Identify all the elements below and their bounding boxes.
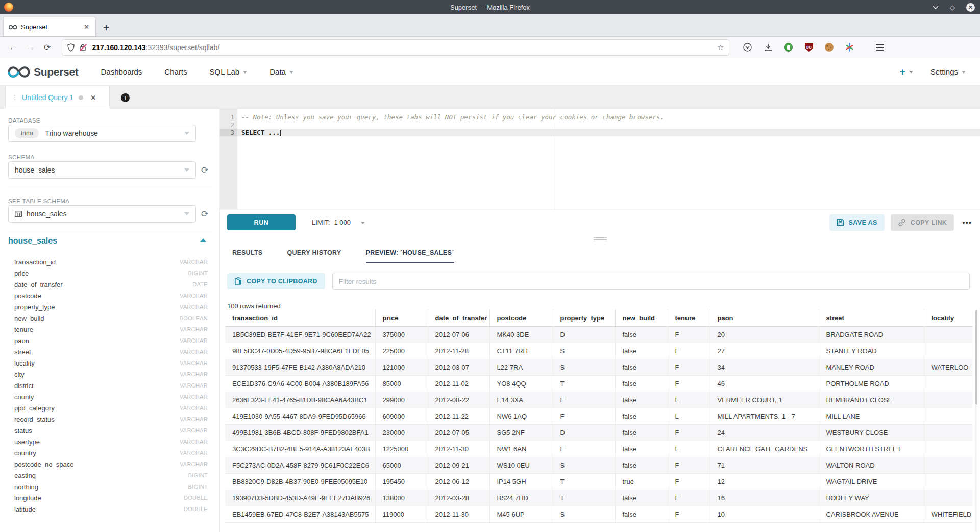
window-maximize-icon[interactable]: ◇ [950, 4, 955, 11]
grid-cell: EB1459EB-67ED-47C8-B2E7-A38143AB5575 [225, 506, 375, 522]
schema-select[interactable]: house_sales [8, 161, 196, 179]
copy-link-button[interactable]: COPY LINK [891, 214, 954, 231]
add-new-button[interactable]: + [900, 66, 913, 78]
vertical-scrollbar[interactable] [975, 309, 977, 532]
tab-close-icon[interactable]: ✕ [83, 23, 90, 31]
forward-icon[interactable]: → [27, 43, 35, 52]
download-icon[interactable] [763, 42, 773, 52]
save-as-button[interactable]: SAVE AS [829, 214, 885, 231]
column-name: transaction_id [14, 258, 56, 266]
link-icon [898, 219, 906, 227]
refresh-table-icon[interactable]: ⟳ [201, 209, 208, 220]
scrollbar-thumb[interactable] [975, 310, 977, 405]
results-tab-0[interactable]: RESULTS [232, 249, 263, 263]
grid-header-cell[interactable]: street [819, 309, 924, 326]
privacy-badger-icon[interactable] [783, 42, 793, 52]
bookmark-star-icon[interactable]: ☆ [717, 43, 724, 52]
pocket-icon[interactable] [743, 42, 752, 52]
nav-item-label: Charts [164, 67, 187, 76]
database-select[interactable]: trino Trino warehouse [8, 125, 196, 142]
grid-row: 193907D3-5DBD-453D-A49E-9FEE27DAB9261380… [225, 490, 972, 506]
pane-splitter[interactable] [220, 235, 980, 244]
more-options-button[interactable]: ••• [962, 218, 972, 227]
filter-results-input[interactable] [332, 273, 970, 290]
clipboard-icon [235, 277, 242, 285]
nav-item-charts[interactable]: Charts [164, 67, 187, 76]
chevron-down-icon [243, 71, 247, 74]
grid-cell: F [668, 375, 710, 392]
menu-icon[interactable] [876, 44, 884, 51]
table-schema-heading[interactable]: house_sales [8, 236, 57, 246]
nav-item-dashboards[interactable]: Dashboards [101, 67, 142, 76]
grid-header-cell[interactable]: price [375, 309, 428, 326]
grid-header-cell[interactable]: transaction_id [225, 309, 375, 326]
browser-tab-title: Superset [21, 23, 83, 31]
grid-header-cell[interactable]: locality [924, 309, 972, 326]
grid-cell: PORTHOLME ROAD [819, 375, 924, 392]
results-tabbar: RESULTSQUERY HISTORYPREVIEW: `HOUSE_SALE… [220, 244, 980, 263]
grid-cell: 65000 [375, 457, 428, 473]
settings-menu[interactable]: Settings [930, 67, 966, 76]
grid-header-cell[interactable]: postcode [489, 309, 553, 326]
run-button[interactable]: RUN [227, 214, 296, 230]
grid-cell: L22 7RA [489, 359, 553, 375]
multi-color-asterisk-icon[interactable] [845, 42, 854, 52]
drag-handle-icon[interactable]: ⋮ [12, 94, 17, 101]
insecure-lock-icon[interactable] [80, 44, 86, 51]
grid-cell: WHITEFIELD [924, 506, 972, 522]
table-select[interactable]: house_sales [8, 205, 196, 223]
sql-select-line: SELECT ... [241, 129, 980, 136]
grid-cell: MK40 3DE [489, 326, 553, 343]
limit-dropdown[interactable]: LIMIT: 1 000 [312, 219, 365, 226]
copy-to-clipboard-button[interactable]: COPY TO CLIPBOARD [227, 273, 325, 289]
ublock-origin-icon[interactable]: uO [804, 42, 814, 52]
sql-editor[interactable]: 1 2 3 -- Note: Unless you save your quer… [220, 109, 980, 210]
schema-value: house_sales [15, 166, 55, 174]
grid-cell: S [553, 359, 615, 375]
results-tab-1[interactable]: QUERY HISTORY [287, 249, 341, 263]
table-columns-list: transaction_idVARCHARpriceBIGINTdate_of_… [0, 256, 219, 515]
grid-cell: 375000 [375, 326, 428, 343]
grid-header-cell[interactable]: tenure [668, 309, 710, 326]
grid-cell: MILL LANE [819, 408, 924, 424]
nav-item-data[interactable]: Data [270, 67, 293, 76]
grid-header-cell[interactable]: new_build [615, 309, 668, 326]
grid-cell: 225000 [375, 343, 428, 359]
grid-header-cell[interactable]: property_type [553, 309, 615, 326]
collapse-table-icon[interactable] [200, 238, 206, 242]
window-minimize-icon[interactable] [933, 5, 939, 9]
grid-header-cell[interactable]: date_of_transfer [428, 309, 489, 326]
query-tab-close-icon[interactable]: ✕ [90, 94, 96, 102]
add-query-tab-button[interactable]: + [121, 93, 130, 102]
tracking-shield-icon[interactable] [67, 43, 75, 52]
editor-code-area[interactable]: -- Note: Unless you save your query, the… [237, 109, 980, 209]
window-close-icon[interactable]: ✕ [966, 3, 975, 12]
grid-cell: BB8320C9-D82B-4B37-90E0-9FEE05095E10 [225, 473, 375, 490]
column-name: date_of_transfer [14, 281, 63, 288]
grid-cell: 119000 [375, 506, 428, 522]
chevron-down-icon [184, 132, 189, 135]
new-tab-button[interactable]: + [103, 22, 109, 33]
back-icon[interactable]: ← [9, 43, 17, 52]
column-name: postcode [14, 292, 41, 300]
grid-cell: 2012-11-30 [428, 441, 489, 457]
superset-logo[interactable]: Superset [8, 66, 78, 78]
line-number: 2 [220, 121, 234, 129]
query-tabstrip: ⋮ Untitled Query 1 ✕ + [0, 86, 980, 109]
grid-cell: 2012-03-28 [428, 490, 489, 506]
grid-cell: false [615, 343, 668, 359]
query-tab[interactable]: ⋮ Untitled Query 1 ✕ [5, 86, 110, 109]
column-type: VARCHAR [180, 405, 208, 411]
grid-header-cell[interactable]: paon [710, 309, 819, 326]
column-type: VARCHAR [180, 382, 208, 389]
refresh-schema-icon[interactable]: ⟳ [201, 165, 208, 176]
address-bar[interactable]: 217.160.120.143:32393/superset/sqllab/ ☆ [62, 39, 729, 56]
cookie-icon[interactable] [824, 42, 834, 52]
column-type: VARCHAR [180, 326, 208, 332]
column-name: district [14, 382, 34, 390]
reload-icon[interactable]: ⟳ [44, 42, 51, 52]
results-tab-2[interactable]: PREVIEW: `HOUSE_SALES` [366, 249, 454, 263]
grid-cell: F [553, 441, 615, 457]
browser-tab[interactable]: Superset ✕ [3, 17, 96, 36]
nav-item-sql-lab[interactable]: SQL Lab [210, 67, 248, 76]
